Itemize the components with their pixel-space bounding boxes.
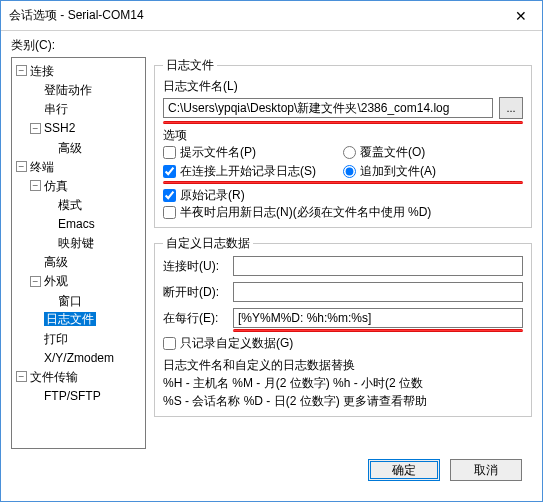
highlight-underline xyxy=(163,121,523,124)
close-button[interactable]: ✕ xyxy=(500,1,542,30)
tree-emulation[interactable]: −仿真 模式 Emacs 映射键 xyxy=(30,176,145,253)
subst-title: 日志文件名和自定义的日志数据替换 xyxy=(163,356,523,374)
tree-appearance[interactable]: −外观 窗口 xyxy=(30,271,145,309)
logfile-path-input[interactable] xyxy=(163,98,493,118)
start-on-connect-checkbox[interactable]: 在连接上开始记录日志(S) xyxy=(163,163,343,180)
custom-log-title: 自定义日志数据 xyxy=(163,235,253,252)
tree-ftpsftp[interactable]: FTP/SFTP xyxy=(30,386,145,405)
tree-logfile[interactable]: 日志文件 xyxy=(30,310,145,329)
logfile-group-title: 日志文件 xyxy=(163,57,217,74)
logfile-name-label: 日志文件名(L) xyxy=(163,78,523,95)
highlight-underline-3 xyxy=(233,329,523,332)
only-custom-checkbox[interactable]: 只记录自定义数据(G) xyxy=(163,335,523,352)
tree-login-actions[interactable]: 登陆动作 xyxy=(30,80,145,99)
category-label: 类别(C): xyxy=(11,37,532,54)
overwrite-file-radio[interactable]: 覆盖文件(O) xyxy=(343,144,523,161)
tree-modes[interactable]: 模式 xyxy=(44,195,145,214)
raw-log-checkbox[interactable]: 原始记录(R) xyxy=(163,187,523,204)
midnight-newlog-checkbox[interactable]: 半夜时启用新日志(N)(必须在文件名中使用 %D) xyxy=(163,204,523,221)
window-title: 会话选项 - Serial-COM14 xyxy=(9,7,500,24)
tree-ssh2[interactable]: −SSH2 高级 xyxy=(30,118,145,156)
append-to-file-radio[interactable]: 追加到文件(A) xyxy=(343,163,523,180)
subst-line-1: %H - 主机名 %M - 月(2 位数字) %h - 小时(2 位数 xyxy=(163,374,523,392)
subst-line-2: %S - 会话名称 %D - 日(2 位数字) 更多请查看帮助 xyxy=(163,392,523,410)
on-each-line-input[interactable] xyxy=(233,308,523,328)
highlight-underline-2 xyxy=(163,181,523,184)
on-disconnect-input[interactable] xyxy=(233,282,523,302)
tree-file-transfer[interactable]: −文件传输 FTP/SFTP xyxy=(16,367,145,405)
tree-window[interactable]: 窗口 xyxy=(44,291,145,310)
options-title: 选项 xyxy=(163,127,523,144)
browse-button[interactable]: ... xyxy=(499,97,523,119)
tree-ssh2-advanced[interactable]: 高级 xyxy=(44,138,145,157)
tree-serial[interactable]: 串行 xyxy=(30,99,145,118)
custom-log-group: 自定义日志数据 连接时(U): 断开时(D): 在每行(E): 只记录自定义数据… xyxy=(154,235,532,417)
tree-connection[interactable]: −连接 登陆动作 串行 −SSH2 高级 xyxy=(16,61,145,157)
on-connect-label: 连接时(U): xyxy=(163,258,233,275)
tree-terminal-advanced[interactable]: 高级 xyxy=(30,252,145,271)
category-tree[interactable]: −连接 登陆动作 串行 −SSH2 高级 −终端 xyxy=(11,57,146,449)
ok-button[interactable]: 确定 xyxy=(368,459,440,481)
tree-print[interactable]: 打印 xyxy=(30,329,145,348)
logfile-group: 日志文件 日志文件名(L) ... 选项 提示文件名(P) 覆盖文件(O) 在连… xyxy=(154,57,532,228)
cancel-button[interactable]: 取消 xyxy=(450,459,522,481)
tree-mapped-keys[interactable]: 映射键 xyxy=(44,233,145,252)
prompt-filename-checkbox[interactable]: 提示文件名(P) xyxy=(163,144,343,161)
tree-xyzmodem[interactable]: X/Y/Zmodem xyxy=(30,348,145,367)
tree-emacs[interactable]: Emacs xyxy=(44,214,145,233)
on-disconnect-label: 断开时(D): xyxy=(163,284,233,301)
tree-terminal[interactable]: −终端 −仿真 模式 Emacs 映射键 高级 −外观 xyxy=(16,157,145,367)
on-each-line-label: 在每行(E): xyxy=(163,310,233,327)
on-connect-input[interactable] xyxy=(233,256,523,276)
